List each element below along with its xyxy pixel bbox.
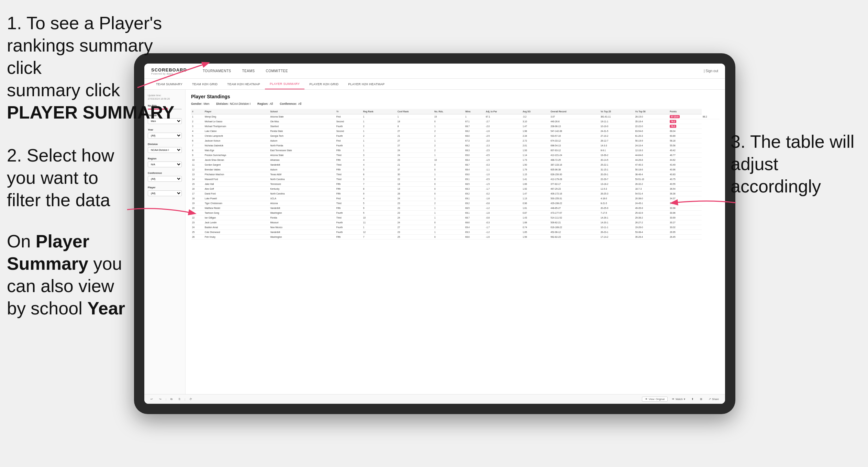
conference-select[interactable]: (All) [148, 176, 182, 182]
region-filter-value: All [270, 102, 273, 105]
year-filter: Year (All) [148, 128, 182, 138]
bottom-toolbar: ↩ ↪ | ⧉ ⎘ | ⏱ 👁 View: Original 👁 Watch ▾… [144, 394, 725, 404]
subnav-player-h2h-grid[interactable]: PLAYER H2H GRID [304, 79, 343, 89]
conference-filter-value: All [298, 102, 301, 105]
tablet-device: SCOREBOARD Powered by dippo TOURNAMENTS … [134, 53, 735, 414]
col-reg-rank: Reg Rank [362, 109, 397, 114]
watch-label: Watch [676, 398, 683, 401]
nav-item-committee[interactable]: COMMITTEE [260, 66, 293, 76]
division-filter-value: NCAA Division I [230, 102, 251, 105]
table-row: 17David FordNorth CarolinaFifth928069.2-… [191, 191, 720, 196]
col-wins: Wins [464, 109, 485, 114]
player-standings-table: # Player School Yr Reg Rank Conf Rank No… [191, 109, 720, 240]
player-filter: Player (All) [148, 186, 182, 196]
sidebar: Update time: 27/03/2024 16:56:26 No Rds.… [144, 90, 186, 394]
watch-chevron: ▾ [684, 398, 685, 401]
table-row: 15Jake HallTennesseeFifth718068.5-1.51.6… [191, 182, 720, 187]
col-overall-record: Overall Record [549, 109, 599, 114]
col-rank: # [191, 109, 204, 114]
redo-btn[interactable]: ↪ [157, 397, 164, 401]
table-row: 21Taehoon SongWashingtonFourth523169.1-1… [191, 211, 720, 215]
col-adj-par: Adj. to Par [485, 109, 522, 114]
col-points: Points [669, 109, 702, 114]
share-btn[interactable]: ↗ Share [706, 397, 721, 401]
col-avg-sg: Avg SG [522, 109, 549, 114]
sign-out-link[interactable]: | Sign out [704, 69, 718, 73]
year-label: Year [148, 128, 182, 131]
arrow-to-player-summary [124, 50, 220, 91]
table-row: 10Jacob Shav-StevanArkansasFifth4231068.… [191, 158, 720, 163]
col-conf-rank: Conf Rank [397, 109, 433, 114]
watch-icon: 👁 [672, 398, 675, 401]
nav-item-teams[interactable]: TEAMS [236, 66, 260, 76]
paste-btn[interactable]: ⎘ [177, 397, 182, 401]
col-school: School [269, 109, 335, 114]
table-row: 24Bastien AmatNew MexicoFourth127269.4-1… [191, 225, 720, 230]
arrow-to-year-filter [117, 196, 203, 223]
copy-btn[interactable]: ⧉ [168, 397, 175, 402]
subnav-player-summary[interactable]: PLAYER SUMMARY [265, 79, 304, 89]
nav-items: TOURNAMENTS TEAMS COMMITTEE [197, 66, 704, 76]
app-header: SCOREBOARD Powered by dippo TOURNAMENTS … [144, 64, 725, 79]
annotation-step2-line2: you want to [7, 168, 98, 188]
table-header-row: # Player School Yr Reg Rank Conf Rank No… [191, 109, 720, 114]
main-content: Player Standings Gender: Men Division: N… [186, 90, 725, 394]
clock-btn[interactable]: ⏱ [187, 397, 194, 401]
year-select[interactable]: (All) [148, 133, 182, 138]
table-row: 19Tiger ChristensenArizonaThird523269.2-… [191, 201, 720, 206]
grid-btn[interactable]: ⊞ [698, 397, 704, 401]
table-row: 12Brendan ValdesAuburnFifth537068.4-1.11… [191, 167, 720, 172]
table-row: 26Petr HrubyWashingtonFifth725068.6-1.61… [191, 235, 720, 240]
nav-right: | Sign out [704, 69, 718, 73]
subnav-team-h2h-heatmap[interactable]: TEAM H2H HEATMAP [222, 79, 265, 89]
table-row: 1Wenyi DingArizona StateFirst1115167.1-3… [191, 114, 720, 119]
subnav-player-h2h-heatmap[interactable]: PLAYER H2H HEATMAP [343, 79, 389, 89]
sep1: | [166, 398, 166, 401]
region-select[interactable]: N/A [148, 162, 182, 167]
annotation-step1-bold: PLAYER SUMMARY [7, 102, 174, 122]
gender-filter-label: Gender: [191, 102, 202, 105]
division-label: Division [148, 143, 182, 146]
division-filter-label: Division: [216, 102, 229, 105]
division-filter-display: Division: NCAA Division I [216, 102, 251, 105]
col-yr: Yr [335, 109, 362, 114]
view-selector[interactable]: 👁 View: Original [642, 397, 668, 402]
region-label: Region [148, 157, 182, 160]
view-label: View: Original [649, 398, 665, 401]
share-label: Share [712, 398, 719, 401]
division-filter: Division NCAA Division I [148, 143, 182, 153]
table-row: 20Matthew RiedelVanderbiltFifth923168.5-… [191, 206, 720, 211]
table-row: 7Nicholas GabrelcikNorth FloridaFourth12… [191, 143, 720, 148]
col-player: Player [204, 109, 269, 114]
gender-filter-value: Men [204, 102, 210, 105]
annotation-step3: 3. The table will adjust accordingly [731, 131, 861, 198]
conference-filter: Conference (All) [148, 171, 182, 182]
table-row: 13Phichaksn MaichonTexas A&MThird630169.… [191, 172, 720, 177]
export-btn[interactable]: ⬆ [689, 397, 696, 401]
conference-filter-label: Conference: [280, 102, 297, 105]
table-row: 2Michael Le SassoOle MissSecond118067.1-… [191, 119, 720, 124]
table-row: 9Preston SummerhaysArizona StateThird324… [191, 153, 720, 158]
conference-label: Conference [148, 171, 182, 175]
table-row: 8Mats EgeEast Tennessee StateFifth124268… [191, 148, 720, 153]
col-no-rds: No. Rds. [433, 109, 464, 114]
gender-filter-display: Gender: Men [191, 102, 209, 105]
sep2: | [185, 398, 185, 401]
undo-btn[interactable]: ↩ [148, 397, 155, 401]
watch-btn[interactable]: 👁 Watch ▾ [670, 397, 687, 401]
table-row: 14Maxwell FordNorth CarolinaThird322069.… [191, 177, 720, 182]
table-row: 25Cole SherwoodVanderbiltFourth1223169.3… [191, 230, 720, 235]
table-row: 4Luke ClatonFlorida StateSecond127268.2-… [191, 129, 720, 134]
table-row: 3Michael ThorbjornsenStanfordFourth28168… [191, 124, 720, 129]
table-row: 6Jackson KoivunAuburnFirst127167.3-2.02.… [191, 138, 720, 143]
player-select[interactable]: (All) [148, 190, 182, 196]
bottom-note-bold2: Year [87, 298, 125, 318]
content-area: Update time: 27/03/2024 16:56:26 No Rds.… [144, 90, 725, 394]
bottom-note-prefix: On [7, 231, 36, 251]
division-select[interactable]: NCAA Division I [148, 147, 182, 153]
tablet-screen: SCOREBOARD Powered by dippo TOURNAMENTS … [144, 64, 725, 404]
arrow-to-table-data [667, 186, 746, 213]
annotation-step3-text: 3. The table will adjust accordingly [731, 132, 854, 196]
share-icon: ↗ [709, 398, 711, 401]
region-filter: Region N/A [148, 157, 182, 167]
